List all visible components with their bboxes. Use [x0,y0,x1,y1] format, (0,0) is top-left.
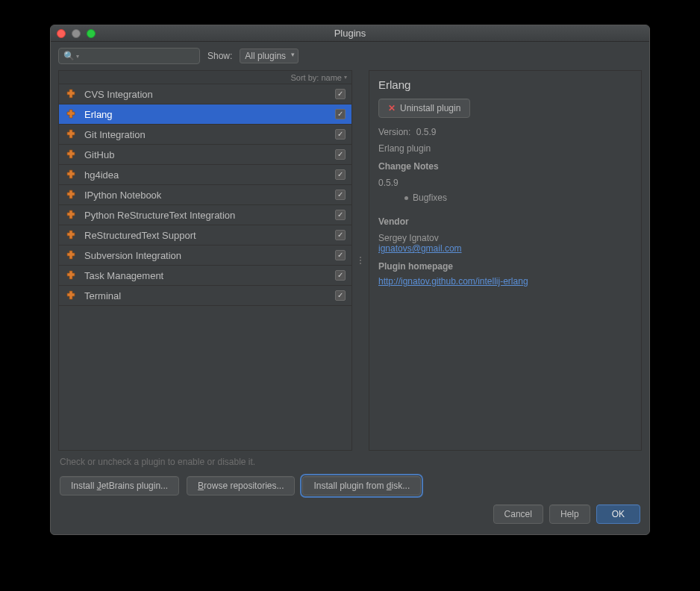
plugin-icon [65,148,77,160]
search-input[interactable]: 🔍 ▾ [58,48,200,64]
footer-buttons: Install JetBrains plugin... Browse repos… [51,467,649,504]
plugin-icon [65,290,77,301]
plugin-name: Git Integration [84,129,328,140]
browse-repositories-button[interactable]: Browse repositories... [187,476,295,495]
minimize-icon[interactable] [72,29,81,38]
plugin-name: Python ReStructureText Integration [84,210,328,221]
install-from-disk-button[interactable]: Install plugin from disk... [302,476,421,495]
plugin-row[interactable]: Python ReStructureText Integration✓ [59,205,351,225]
plugin-checkbox[interactable]: ✓ [335,149,346,160]
plugin-checkbox[interactable]: ✓ [335,169,346,180]
plugin-checkbox[interactable]: ✓ [335,270,346,281]
hint-text: Check or uncheck a plugin to enable or d… [51,451,649,467]
plugin-row[interactable]: hg4idea✓ [59,165,351,185]
plugin-name: Subversion Integration [84,250,328,261]
plugin-checkbox[interactable]: ✓ [335,230,346,240]
ok-button[interactable]: OK [596,504,640,524]
plugin-row[interactable]: Erlang✓ [59,104,351,125]
plugin-list: CVS Integration✓Erlang✓Git Integration✓G… [59,84,351,450]
plugin-detail-panel: Erlang ✕ Uninstall plugin Version: 0.5.9… [369,70,642,451]
plugin-name: GitHub [84,149,328,160]
version-row: Version: 0.5.9 [378,127,632,137]
plugin-icon [65,249,77,261]
install-jetbrains-button[interactable]: Install JetBrains plugin... [60,476,179,495]
plugin-checkbox[interactable]: ✓ [335,109,346,119]
uninstall-button[interactable]: ✕ Uninstall plugin [378,98,470,118]
plugin-row[interactable]: ReStructuredText Support✓ [59,225,351,246]
plugin-icon [65,189,77,201]
plugin-name: Task Management [84,270,328,281]
plugin-description: Erlang plugin [378,143,632,154]
change-notes-head: Change Notes [378,161,632,172]
close-icon[interactable] [57,29,66,38]
plugin-row[interactable]: Subversion Integration✓ [59,246,351,266]
chevron-down-icon: ▾ [76,53,79,60]
plugin-checkbox[interactable]: ✓ [335,250,346,260]
help-button[interactable]: Help [549,504,590,524]
plugin-icon [65,128,77,140]
splitter-handle[interactable] [358,70,363,451]
homepage-head: Plugin homepage [378,261,632,272]
plugin-icon [65,108,77,120]
plugin-name: ReStructuredText Support [84,230,328,241]
plugin-name: IPython Notebook [84,190,328,201]
plugin-icon [65,229,77,241]
plugin-checkbox[interactable]: ✓ [335,290,346,301]
vendor-head: Vendor [378,216,632,227]
plugin-row[interactable]: IPython Notebook✓ [59,185,351,205]
plugin-name: hg4idea [84,169,328,181]
plugin-name: Erlang [84,109,328,120]
toolbar: 🔍 ▾ Show: All plugins [51,42,649,70]
vendor-name: Sergey Ignatov [378,233,632,243]
window-title: Plugins [51,28,649,39]
plugin-checkbox[interactable]: ✓ [335,210,346,220]
show-value: All plugins [245,51,286,61]
main-content: Sort by: name ▾ CVS Integration✓Erlang✓G… [51,70,649,451]
plugin-icon [65,269,77,281]
plugin-checkbox[interactable]: ✓ [335,89,346,99]
plugin-name: Terminal [84,290,328,301]
plugins-dialog: Plugins 🔍 ▾ Show: All plugins Sort by: n… [50,25,650,535]
plugin-list-panel: Sort by: name ▾ CVS Integration✓Erlang✓G… [58,70,352,451]
change-notes-version: 0.5.9 [378,178,632,188]
uninstall-label: Uninstall plugin [400,103,460,113]
plugin-row[interactable]: CVS Integration✓ [59,84,351,104]
plugin-row[interactable]: Task Management✓ [59,266,351,286]
plugin-row[interactable]: GitHub✓ [59,145,351,165]
sort-label: Sort by: [291,73,319,82]
vendor-email-link[interactable]: ignatovs@gmail.com [378,243,462,254]
dialog-buttons: Cancel Help OK [51,504,649,534]
plugin-name: CVS Integration [84,89,328,100]
chevron-down-icon: ▾ [344,74,347,81]
plugin-icon [65,169,77,181]
change-notes-item: Bugfixes [404,193,632,203]
plugin-checkbox[interactable]: ✓ [335,190,346,200]
sort-value: name [321,73,342,82]
search-icon: 🔍 [63,51,75,61]
show-select[interactable]: All plugins [240,49,299,63]
maximize-icon[interactable] [87,29,96,38]
plugin-icon [65,209,77,221]
plugin-row[interactable]: Terminal✓ [59,286,351,306]
plugin-checkbox[interactable]: ✓ [335,129,346,140]
bullet-icon [404,196,408,200]
plugin-icon [65,88,77,100]
close-icon: ✕ [388,103,396,113]
homepage-link[interactable]: http://ignatov.github.com/intellij-erlan… [378,276,528,287]
cancel-button[interactable]: Cancel [493,504,543,524]
plugin-row[interactable]: Git Integration✓ [59,125,351,145]
traffic-lights [51,29,96,38]
show-label: Show: [207,51,232,61]
sort-bar[interactable]: Sort by: name ▾ [59,71,351,84]
titlebar: Plugins [51,25,649,42]
detail-title: Erlang [378,78,632,91]
